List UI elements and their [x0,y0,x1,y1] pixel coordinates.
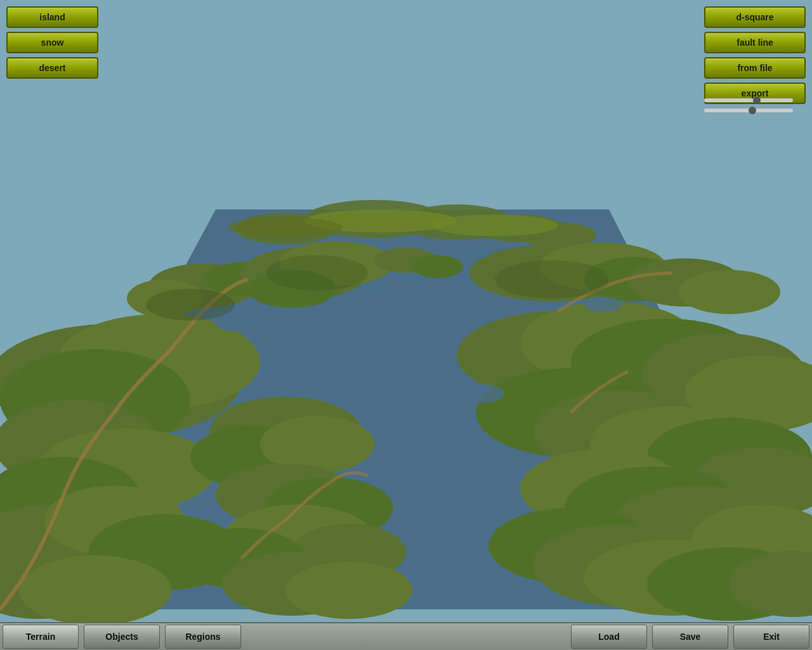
terrain-tab[interactable]: Terrain [3,625,79,649]
from-file-button[interactable]: from file [704,57,806,79]
slider1[interactable] [704,98,793,102]
svg-point-41 [285,562,412,619]
exit-button[interactable]: Exit [733,625,809,649]
bottom-bar: Terrain Objects Regions Load Save Exit [0,622,812,650]
svg-point-71 [416,343,447,355]
save-button[interactable]: Save [652,625,728,649]
load-button[interactable]: Load [571,625,647,649]
svg-point-67 [216,316,254,331]
slider2[interactable] [704,109,793,112]
sliders-panel [704,98,806,112]
svg-point-68 [352,286,384,298]
fault-line-button[interactable]: fault line [704,32,806,53]
objects-tab[interactable]: Objects [84,625,160,649]
snow-button[interactable]: snow [6,32,98,53]
slider2-container [704,109,806,112]
svg-point-15 [412,255,463,278]
svg-point-66 [431,215,558,236]
svg-point-73 [387,433,438,456]
svg-point-61 [146,289,235,321]
terrain-scene [0,0,812,622]
svg-point-20 [679,270,780,314]
svg-point-72 [460,384,504,403]
svg-point-69 [463,249,488,259]
svg-point-74 [419,484,469,507]
island-button[interactable]: island [6,6,98,28]
d-square-button[interactable]: d-square [704,6,806,28]
left-panel: island snow desert [6,6,98,79]
svg-point-62 [266,255,368,291]
right-panel: d-square fault line from file export [704,6,806,104]
svg-point-63 [495,260,609,298]
slider1-container [704,98,806,102]
regions-tab[interactable]: Regions [165,625,241,649]
svg-point-31 [19,555,171,622]
svg-point-70 [584,297,622,312]
svg-point-65 [228,217,343,237]
desert-button[interactable]: desert [6,57,98,79]
viewport [0,0,812,622]
